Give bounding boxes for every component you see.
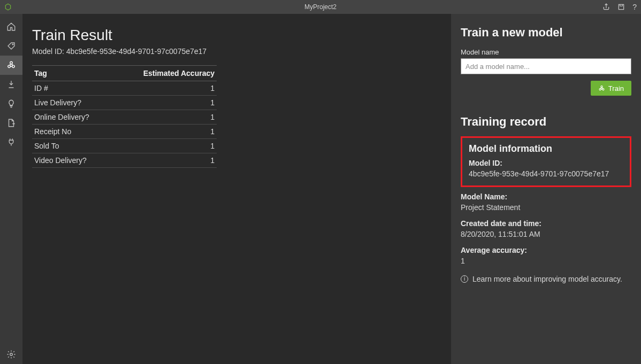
tag-icon[interactable]: [0, 36, 22, 56]
avg-accuracy-value: 1: [461, 257, 631, 265]
svg-point-1: [12, 44, 13, 45]
train-button[interactable]: Train: [591, 81, 631, 96]
sidebar: [0, 14, 22, 364]
col-accuracy: Estimated Accuracy: [113, 66, 217, 81]
plug-icon[interactable]: [0, 133, 22, 152]
learn-more-row[interactable]: i Learn more about improving model accur…: [461, 275, 631, 283]
home-icon[interactable]: [0, 17, 22, 36]
info-icon: i: [461, 275, 468, 283]
new-file-icon[interactable]: [0, 113, 22, 133]
table-row: ID #1: [32, 81, 217, 96]
lightbulb-icon[interactable]: [0, 94, 22, 113]
main-content: Train Result Model ID: 4bc9e5fe-953e-49d…: [22, 14, 451, 364]
avg-accuracy-label: Average accuracy:: [461, 246, 631, 254]
col-tag: Tag: [32, 66, 113, 81]
model-info-highlight: Model information Model ID: 4bc9e5fe-953…: [461, 136, 631, 187]
model-id-value: 4bc9e5fe-953e-49d4-9701-97c0075e7e17: [66, 47, 207, 56]
training-record-heading: Training record: [461, 115, 631, 129]
table-row: Video Delivery?1: [32, 153, 217, 168]
settings-icon[interactable]: [0, 345, 22, 364]
share-icon[interactable]: [602, 3, 610, 11]
train-new-heading: Train a new model: [461, 26, 631, 40]
model-id-info-label: Model ID:: [469, 159, 623, 167]
model-name-label: Model name: [461, 48, 631, 56]
titlebar: MyProject2 ?: [0, 0, 641, 14]
model-info-heading: Model information: [469, 143, 623, 154]
svg-point-3: [10, 353, 13, 356]
table-row: Sold To1: [32, 139, 217, 153]
right-panel: Train a new model Model name Train Train…: [451, 14, 641, 364]
compose-icon[interactable]: [0, 75, 22, 94]
created-value: 8/20/2020, 11:51:01 AM: [461, 230, 631, 238]
titlebar-actions: ?: [602, 3, 637, 11]
model-name-info-value: Project Statement: [461, 203, 631, 212]
table-row: Online Delivery?1: [32, 110, 217, 125]
created-label: Created date and time:: [461, 219, 631, 228]
help-icon[interactable]: ?: [632, 3, 637, 11]
svg-rect-0: [619, 4, 624, 9]
results-table: Tag Estimated Accuracy ID #1 Live Delive…: [32, 65, 217, 168]
app-logo-icon: [4, 3, 12, 11]
train-button-label: Train: [608, 84, 624, 92]
model-name-info-label: Model Name:: [461, 192, 631, 201]
model-id-line: Model ID: 4bc9e5fe-953e-49d4-9701-97c007…: [32, 47, 436, 56]
window-title: MyProject2: [0, 3, 641, 11]
model-icon[interactable]: [0, 56, 22, 75]
save-icon[interactable]: [617, 3, 625, 11]
model-id-info-value: 4bc9e5fe-953e-49d4-9701-97c0075e7e17: [469, 169, 623, 178]
model-name-input[interactable]: [461, 58, 631, 74]
page-title: Train Result: [32, 27, 436, 44]
training-record-section: Training record Model information Model …: [461, 115, 631, 283]
gear-sparkle-icon: [598, 85, 605, 92]
table-row: Live Delivery?1: [32, 96, 217, 110]
learn-more-text: Learn more about improving model accurac…: [472, 275, 622, 283]
table-row: Receipt No1: [32, 125, 217, 139]
model-id-prefix: Model ID:: [32, 47, 66, 56]
